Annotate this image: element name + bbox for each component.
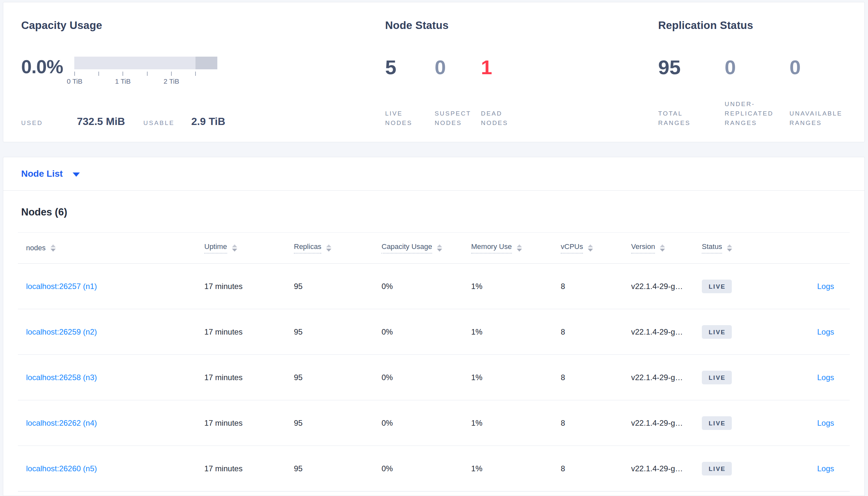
capacity-bar-reserved-segment xyxy=(195,57,217,69)
unavailable-ranges-count: 0 xyxy=(790,57,847,78)
usable-value: 2.9 TiB xyxy=(191,115,225,128)
capacity-cell: 0% xyxy=(373,373,463,382)
logs-link[interactable]: Logs xyxy=(817,327,834,336)
node-link[interactable]: localhost:26258 (n3) xyxy=(26,373,97,382)
replicas-cell: 95 xyxy=(286,373,373,382)
version-cell: v22.1.4-29-g… xyxy=(623,419,694,428)
usable-label: USABLE xyxy=(144,120,191,127)
column-header-memory-use[interactable]: Memory Use xyxy=(463,243,553,253)
suspect-nodes-count: 0 xyxy=(435,57,481,78)
axis-tick xyxy=(171,72,172,76)
status-badge: LIVE xyxy=(702,416,732,430)
sort-icon xyxy=(50,244,56,252)
dead-nodes-metric: 1 DEAD NODES xyxy=(481,57,522,128)
axis-tick-label: 2 TiB xyxy=(164,77,179,85)
logs-link[interactable]: Logs xyxy=(817,373,834,382)
replication-status-title: Replication Status xyxy=(658,18,847,32)
table-row: localhost:26258 (n3) 17 minutes 95 0% 1%… xyxy=(18,355,850,400)
vcpus-cell: 8 xyxy=(553,419,623,428)
uptime-cell: 17 minutes xyxy=(196,464,286,473)
vcpus-cell: 8 xyxy=(553,282,623,291)
column-header-status[interactable]: Status xyxy=(694,243,766,253)
sort-icon xyxy=(588,244,593,252)
version-cell: v22.1.4-29-g… xyxy=(623,327,694,337)
suspect-nodes-metric: 0 SUSPECT NODES xyxy=(435,57,481,128)
memory-cell: 1% xyxy=(463,419,553,428)
column-header-version[interactable]: Version xyxy=(623,243,694,253)
logs-link[interactable]: Logs xyxy=(817,419,834,427)
dead-nodes-label: DEAD NODES xyxy=(481,109,522,128)
uptime-cell: 17 minutes xyxy=(196,327,286,337)
version-cell: v22.1.4-29-g… xyxy=(623,464,694,473)
logs-link[interactable]: Logs xyxy=(817,464,834,473)
status-badge: LIVE xyxy=(702,280,732,293)
used-value: 732.5 MiB xyxy=(77,115,144,128)
node-link[interactable]: localhost:26262 (n4) xyxy=(26,419,97,427)
node-link[interactable]: localhost:26259 (n2) xyxy=(26,327,97,336)
axis-tick xyxy=(74,72,75,76)
sort-icon xyxy=(727,244,732,252)
total-ranges-metric: 95 TOTAL RANGES xyxy=(658,57,724,128)
replicas-cell: 95 xyxy=(286,464,373,473)
replication-status-group: Replication Status 95 TOTAL RANGES 0 UND… xyxy=(658,18,847,128)
live-nodes-metric: 5 LIVE NODES xyxy=(385,57,435,128)
capacity-cell: 0% xyxy=(373,464,463,473)
capacity-cell: 0% xyxy=(373,282,463,291)
uptime-cell: 17 minutes xyxy=(196,419,286,428)
sort-icon xyxy=(437,244,442,252)
table-row: localhost:26259 (n2) 17 minutes 95 0% 1%… xyxy=(18,309,850,355)
suspect-nodes-label: SUSPECT NODES xyxy=(435,109,475,128)
vcpus-cell: 8 xyxy=(553,373,623,382)
axis-tick xyxy=(122,72,123,76)
sort-icon xyxy=(326,244,331,252)
capacity-usage-title: Capacity Usage xyxy=(21,18,385,32)
capacity-gauge: 0.0% 0 TiB 1 TiB 2 TiB xyxy=(21,57,385,88)
cluster-summary-card: Capacity Usage 0.0% 0 TiB 1 TiB 2 TiB US… xyxy=(3,2,865,142)
live-nodes-label: LIVE NODES xyxy=(385,109,426,128)
uptime-cell: 17 minutes xyxy=(196,282,286,291)
axis-tick xyxy=(99,72,99,76)
replicas-cell: 95 xyxy=(286,419,373,428)
vcpus-cell: 8 xyxy=(553,464,623,473)
memory-cell: 1% xyxy=(463,282,553,291)
axis-tick xyxy=(147,72,148,76)
under-replicated-ranges-count: 0 xyxy=(724,57,790,78)
node-link[interactable]: localhost:26260 (n5) xyxy=(26,464,97,473)
replicas-cell: 95 xyxy=(286,282,373,291)
total-ranges-label: TOTAL RANGES xyxy=(658,109,699,128)
total-ranges-count: 95 xyxy=(658,57,724,78)
under-replicated-ranges-metric: 0 UNDER-REPLICATED RANGES xyxy=(724,57,790,128)
chevron-down-icon xyxy=(73,172,80,177)
capacity-cell: 0% xyxy=(373,327,463,337)
capacity-used-row: USED 732.5 MiB USABLE 2.9 TiB xyxy=(21,115,385,128)
column-header-vcpus[interactable]: vCPUs xyxy=(553,243,623,253)
logs-link[interactable]: Logs xyxy=(817,282,834,291)
column-header-replicas[interactable]: Replicas xyxy=(286,243,373,253)
sort-icon xyxy=(660,244,665,252)
version-cell: v22.1.4-29-g… xyxy=(623,282,694,291)
node-list-dropdown[interactable]: Node List xyxy=(3,157,865,190)
table-header-row: nodes Uptime Replicas Capacity Usage Mem… xyxy=(18,233,850,264)
axis-tick-label: 1 TiB xyxy=(115,77,131,85)
table-row: localhost:26260 (n5) 17 minutes 95 0% 1%… xyxy=(18,446,850,492)
live-nodes-count: 5 xyxy=(385,57,435,78)
column-header-uptime[interactable]: Uptime xyxy=(196,243,286,253)
dead-nodes-count: 1 xyxy=(481,57,522,78)
unavailable-ranges-label: UNAVAILABLE RANGES xyxy=(790,109,847,128)
uptime-cell: 17 minutes xyxy=(196,373,286,382)
axis-tick xyxy=(195,72,196,76)
capacity-bar-track xyxy=(74,57,217,69)
sort-icon xyxy=(517,244,522,252)
status-badge: LIVE xyxy=(702,371,732,384)
column-header-nodes[interactable]: nodes xyxy=(18,244,196,252)
unavailable-ranges-metric: 0 UNAVAILABLE RANGES xyxy=(790,57,847,128)
vcpus-cell: 8 xyxy=(553,327,623,337)
sort-icon xyxy=(232,244,237,252)
node-link[interactable]: localhost:26257 (n1) xyxy=(26,282,97,291)
version-cell: v22.1.4-29-g… xyxy=(623,373,694,382)
capacity-percent: 0.0% xyxy=(21,57,74,88)
column-header-capacity-usage[interactable]: Capacity Usage xyxy=(373,243,463,253)
status-badge: LIVE xyxy=(702,325,732,339)
node-list-dropdown-label: Node List xyxy=(21,169,63,179)
replicas-cell: 95 xyxy=(286,327,373,337)
